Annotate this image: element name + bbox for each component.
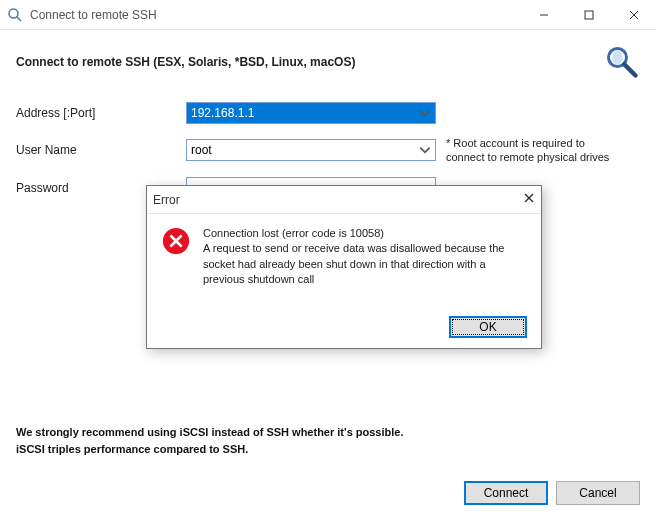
svg-line-8	[624, 64, 635, 75]
address-input[interactable]	[186, 102, 436, 124]
cancel-button[interactable]: Cancel	[556, 481, 640, 505]
address-row: Address [:Port]	[16, 102, 640, 124]
connect-button[interactable]: Connect	[464, 481, 548, 505]
recommendation: We strongly recommend using iSCSI instea…	[16, 424, 640, 457]
magnifier-icon	[604, 44, 640, 80]
svg-line-1	[17, 16, 22, 21]
page-title: Connect to remote SSH (ESX, Solaris, *BS…	[16, 55, 604, 69]
ok-button[interactable]: OK	[449, 316, 527, 338]
app-icon	[6, 6, 24, 24]
address-label: Address [:Port]	[16, 106, 186, 120]
window-title: Connect to remote SSH	[30, 8, 521, 22]
window-controls	[521, 0, 656, 30]
header: Connect to remote SSH (ESX, Solaris, *BS…	[0, 30, 656, 80]
svg-rect-3	[585, 11, 593, 19]
close-icon[interactable]	[523, 192, 535, 207]
recommend-line2: iSCSI triples performance compared to SS…	[16, 441, 640, 458]
error-titlebar: Error	[147, 186, 541, 214]
error-icon	[161, 226, 191, 256]
error-title: Error	[153, 193, 523, 207]
username-row: User Name * Root account is required to …	[16, 136, 640, 165]
svg-point-7	[612, 51, 623, 65]
titlebar: Connect to remote SSH	[0, 0, 656, 30]
close-window-button[interactable]	[611, 0, 656, 30]
error-line2: A request to send or receive data was di…	[203, 241, 527, 287]
username-input[interactable]	[186, 139, 436, 161]
username-label: User Name	[16, 143, 186, 157]
recommend-line1: We strongly recommend using iSCSI instea…	[16, 424, 640, 441]
minimize-button[interactable]	[521, 0, 566, 30]
error-message: Connection lost (error code is 10058) A …	[203, 226, 527, 288]
username-note: * Root account is required to connect to…	[446, 136, 626, 165]
footer: Connect Cancel	[464, 481, 640, 505]
error-line1: Connection lost (error code is 10058)	[203, 226, 527, 241]
maximize-button[interactable]	[566, 0, 611, 30]
error-dialog: Error Connection lost (error code is 100…	[146, 185, 542, 349]
form: Address [:Port] User Name * Root account…	[0, 80, 656, 199]
